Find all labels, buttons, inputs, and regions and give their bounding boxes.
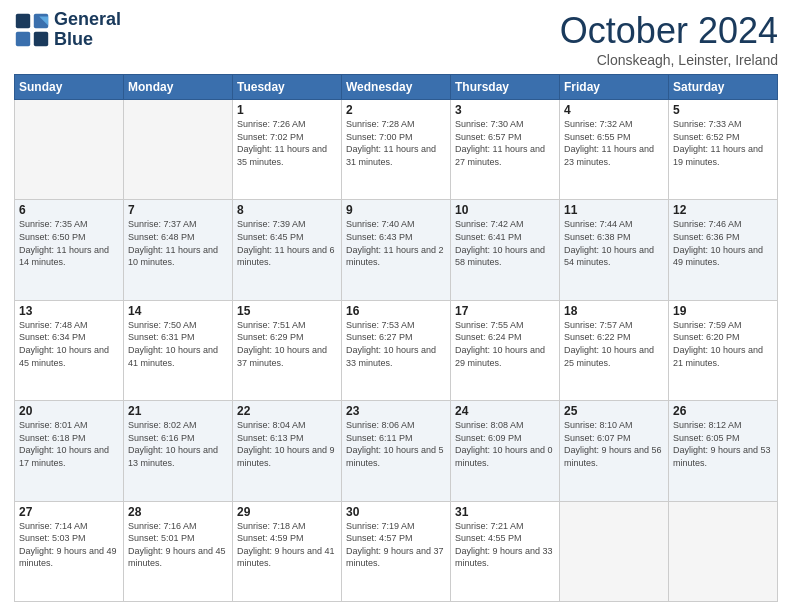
day-number: 1 (237, 103, 337, 117)
day-number: 17 (455, 304, 555, 318)
day-number: 3 (455, 103, 555, 117)
calendar-header-row: SundayMondayTuesdayWednesdayThursdayFrid… (15, 75, 778, 100)
svg-rect-0 (16, 14, 30, 28)
day-info: Sunrise: 8:12 AMSunset: 6:05 PMDaylight:… (673, 419, 773, 469)
day-number: 24 (455, 404, 555, 418)
calendar-day-cell (124, 100, 233, 200)
day-info: Sunrise: 8:10 AMSunset: 6:07 PMDaylight:… (564, 419, 664, 469)
day-number: 4 (564, 103, 664, 117)
calendar-week-row: 20Sunrise: 8:01 AMSunset: 6:18 PMDayligh… (15, 401, 778, 501)
day-number: 28 (128, 505, 228, 519)
calendar-day-cell: 11Sunrise: 7:44 AMSunset: 6:38 PMDayligh… (560, 200, 669, 300)
calendar-day-cell: 21Sunrise: 8:02 AMSunset: 6:16 PMDayligh… (124, 401, 233, 501)
calendar-day-cell: 28Sunrise: 7:16 AMSunset: 5:01 PMDayligh… (124, 501, 233, 601)
day-number: 16 (346, 304, 446, 318)
day-info: Sunrise: 7:35 AMSunset: 6:50 PMDaylight:… (19, 218, 119, 268)
day-number: 5 (673, 103, 773, 117)
calendar-day-cell: 12Sunrise: 7:46 AMSunset: 6:36 PMDayligh… (669, 200, 778, 300)
day-number: 20 (19, 404, 119, 418)
calendar-header-friday: Friday (560, 75, 669, 100)
day-number: 18 (564, 304, 664, 318)
day-info: Sunrise: 7:53 AMSunset: 6:27 PMDaylight:… (346, 319, 446, 369)
day-number: 8 (237, 203, 337, 217)
subtitle: Clonskeagh, Leinster, Ireland (560, 52, 778, 68)
logo-line1: General (54, 9, 121, 29)
day-info: Sunrise: 7:55 AMSunset: 6:24 PMDaylight:… (455, 319, 555, 369)
calendar-day-cell: 15Sunrise: 7:51 AMSunset: 6:29 PMDayligh… (233, 300, 342, 400)
day-number: 9 (346, 203, 446, 217)
logo-line2: Blue (54, 29, 93, 49)
day-info: Sunrise: 7:19 AMSunset: 4:57 PMDaylight:… (346, 520, 446, 570)
calendar-day-cell (15, 100, 124, 200)
day-info: Sunrise: 7:40 AMSunset: 6:43 PMDaylight:… (346, 218, 446, 268)
calendar-day-cell: 4Sunrise: 7:32 AMSunset: 6:55 PMDaylight… (560, 100, 669, 200)
logo-text: General Blue (54, 10, 121, 50)
day-number: 6 (19, 203, 119, 217)
calendar-header-monday: Monday (124, 75, 233, 100)
calendar-day-cell: 9Sunrise: 7:40 AMSunset: 6:43 PMDaylight… (342, 200, 451, 300)
logo-icon (14, 12, 50, 48)
calendar-day-cell: 13Sunrise: 7:48 AMSunset: 6:34 PMDayligh… (15, 300, 124, 400)
day-info: Sunrise: 7:26 AMSunset: 7:02 PMDaylight:… (237, 118, 337, 168)
calendar-day-cell: 25Sunrise: 8:10 AMSunset: 6:07 PMDayligh… (560, 401, 669, 501)
calendar-day-cell: 14Sunrise: 7:50 AMSunset: 6:31 PMDayligh… (124, 300, 233, 400)
page: General Blue October 2024 Clonskeagh, Le… (0, 0, 792, 612)
day-info: Sunrise: 7:46 AMSunset: 6:36 PMDaylight:… (673, 218, 773, 268)
calendar-week-row: 1Sunrise: 7:26 AMSunset: 7:02 PMDaylight… (15, 100, 778, 200)
calendar-day-cell: 3Sunrise: 7:30 AMSunset: 6:57 PMDaylight… (451, 100, 560, 200)
svg-rect-3 (34, 32, 48, 46)
calendar-day-cell: 17Sunrise: 7:55 AMSunset: 6:24 PMDayligh… (451, 300, 560, 400)
calendar-header-sunday: Sunday (15, 75, 124, 100)
day-info: Sunrise: 7:28 AMSunset: 7:00 PMDaylight:… (346, 118, 446, 168)
day-info: Sunrise: 7:50 AMSunset: 6:31 PMDaylight:… (128, 319, 228, 369)
day-number: 21 (128, 404, 228, 418)
calendar-day-cell: 7Sunrise: 7:37 AMSunset: 6:48 PMDaylight… (124, 200, 233, 300)
calendar-day-cell: 19Sunrise: 7:59 AMSunset: 6:20 PMDayligh… (669, 300, 778, 400)
day-info: Sunrise: 7:32 AMSunset: 6:55 PMDaylight:… (564, 118, 664, 168)
day-number: 15 (237, 304, 337, 318)
day-number: 12 (673, 203, 773, 217)
calendar-day-cell: 18Sunrise: 7:57 AMSunset: 6:22 PMDayligh… (560, 300, 669, 400)
day-info: Sunrise: 7:21 AMSunset: 4:55 PMDaylight:… (455, 520, 555, 570)
calendar-day-cell: 24Sunrise: 8:08 AMSunset: 6:09 PMDayligh… (451, 401, 560, 501)
day-number: 29 (237, 505, 337, 519)
calendar-header-saturday: Saturday (669, 75, 778, 100)
day-info: Sunrise: 7:30 AMSunset: 6:57 PMDaylight:… (455, 118, 555, 168)
calendar-week-row: 6Sunrise: 7:35 AMSunset: 6:50 PMDaylight… (15, 200, 778, 300)
calendar-day-cell: 8Sunrise: 7:39 AMSunset: 6:45 PMDaylight… (233, 200, 342, 300)
calendar-table: SundayMondayTuesdayWednesdayThursdayFrid… (14, 74, 778, 602)
calendar-day-cell: 31Sunrise: 7:21 AMSunset: 4:55 PMDayligh… (451, 501, 560, 601)
day-info: Sunrise: 7:16 AMSunset: 5:01 PMDaylight:… (128, 520, 228, 570)
calendar-day-cell: 30Sunrise: 7:19 AMSunset: 4:57 PMDayligh… (342, 501, 451, 601)
calendar-day-cell: 29Sunrise: 7:18 AMSunset: 4:59 PMDayligh… (233, 501, 342, 601)
day-number: 25 (564, 404, 664, 418)
calendar-week-row: 13Sunrise: 7:48 AMSunset: 6:34 PMDayligh… (15, 300, 778, 400)
day-info: Sunrise: 8:02 AMSunset: 6:16 PMDaylight:… (128, 419, 228, 469)
calendar-day-cell: 16Sunrise: 7:53 AMSunset: 6:27 PMDayligh… (342, 300, 451, 400)
day-number: 7 (128, 203, 228, 217)
day-number: 11 (564, 203, 664, 217)
day-info: Sunrise: 8:08 AMSunset: 6:09 PMDaylight:… (455, 419, 555, 469)
calendar-day-cell: 22Sunrise: 8:04 AMSunset: 6:13 PMDayligh… (233, 401, 342, 501)
calendar-day-cell: 5Sunrise: 7:33 AMSunset: 6:52 PMDaylight… (669, 100, 778, 200)
day-number: 19 (673, 304, 773, 318)
calendar-header-thursday: Thursday (451, 75, 560, 100)
calendar-day-cell: 27Sunrise: 7:14 AMSunset: 5:03 PMDayligh… (15, 501, 124, 601)
day-number: 14 (128, 304, 228, 318)
day-info: Sunrise: 7:39 AMSunset: 6:45 PMDaylight:… (237, 218, 337, 268)
day-info: Sunrise: 7:18 AMSunset: 4:59 PMDaylight:… (237, 520, 337, 570)
calendar-day-cell: 10Sunrise: 7:42 AMSunset: 6:41 PMDayligh… (451, 200, 560, 300)
day-info: Sunrise: 7:48 AMSunset: 6:34 PMDaylight:… (19, 319, 119, 369)
calendar-header-tuesday: Tuesday (233, 75, 342, 100)
day-number: 10 (455, 203, 555, 217)
calendar-day-cell (669, 501, 778, 601)
day-number: 22 (237, 404, 337, 418)
calendar-week-row: 27Sunrise: 7:14 AMSunset: 5:03 PMDayligh… (15, 501, 778, 601)
calendar-header-wednesday: Wednesday (342, 75, 451, 100)
day-number: 23 (346, 404, 446, 418)
month-title: October 2024 (560, 10, 778, 52)
day-info: Sunrise: 8:06 AMSunset: 6:11 PMDaylight:… (346, 419, 446, 469)
day-number: 30 (346, 505, 446, 519)
day-info: Sunrise: 7:42 AMSunset: 6:41 PMDaylight:… (455, 218, 555, 268)
calendar-day-cell: 1Sunrise: 7:26 AMSunset: 7:02 PMDaylight… (233, 100, 342, 200)
